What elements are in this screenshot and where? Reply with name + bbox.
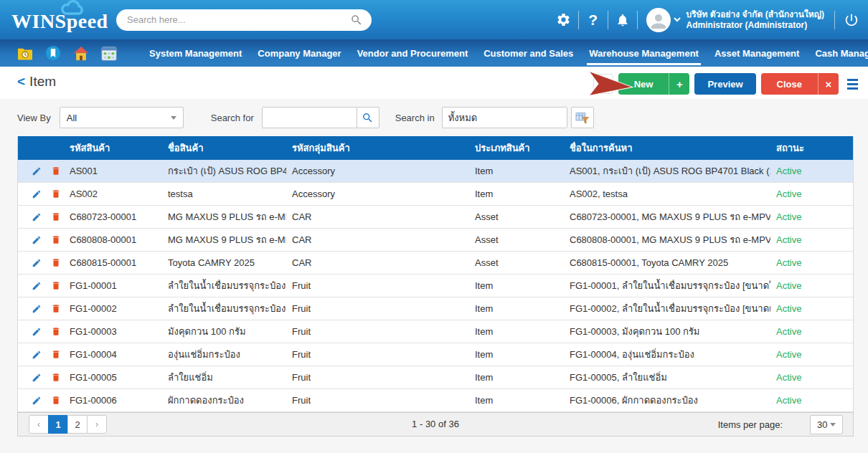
view-by-select[interactable]: All <box>60 107 184 128</box>
cell-search_name: FG1-00005, ลำใยแช่อิ่ม <box>564 366 770 388</box>
items-per-page-value: 30 <box>817 419 827 430</box>
preview-button[interactable]: Preview <box>694 73 755 95</box>
table-body: AS001กระเป๋า (เป้) ASUS ROG BP4701 Black… <box>18 160 853 412</box>
nav-item-company-manager[interactable]: Company Manager <box>250 39 349 67</box>
cell-code: FG1-00006 <box>64 389 162 411</box>
nav-item-asset-management[interactable]: Asset Management <box>707 39 807 67</box>
cell-code: C680723-00001 <box>64 206 162 228</box>
edit-pencil-icon[interactable] <box>32 189 42 199</box>
column-header[interactable]: ชื่อในการค้นหา <box>564 136 770 160</box>
close-x-icon[interactable]: × <box>819 78 839 90</box>
delete-trash-icon[interactable] <box>51 257 61 268</box>
favorite-star-button[interactable] <box>593 74 613 94</box>
edit-pencil-icon[interactable] <box>32 235 42 245</box>
chevron-down-icon[interactable] <box>674 16 681 24</box>
items-per-page-select[interactable]: 30 <box>810 415 843 434</box>
new-button[interactable]: New + <box>618 73 690 95</box>
delete-trash-icon[interactable] <box>51 234 61 245</box>
table-row[interactable]: FG1-00006ผักกาดดองกระป๋องFruitItemFG1-00… <box>18 389 853 412</box>
cell-search_name: AS002, testsa <box>564 183 770 205</box>
column-header[interactable]: ชื่อสินค้า <box>162 136 286 160</box>
delete-trash-icon[interactable] <box>51 280 61 291</box>
cell-group: Accessory <box>286 183 469 205</box>
logout-power-icon[interactable] <box>835 12 868 28</box>
settings-gear-icon[interactable] <box>549 12 578 27</box>
delete-trash-icon[interactable] <box>51 395 61 406</box>
edit-pencil-icon[interactable] <box>32 166 42 176</box>
delete-trash-icon[interactable] <box>51 349 61 360</box>
search-icon[interactable] <box>350 14 363 27</box>
logo[interactable]: WINSpeed <box>0 0 108 39</box>
cell-status: Active <box>770 389 853 411</box>
close-button[interactable]: Close × <box>761 73 839 95</box>
table-row[interactable]: FG1-00002ลำใยในน้ำเชื่อมบรรจุกระป๋อง [ขน… <box>18 297 853 320</box>
table-row[interactable]: FG1-00003มังคุดกวน 100 กรัมFruitItemFG1-… <box>18 320 853 343</box>
nav-items: System ManagementCompany ManagerVendor a… <box>141 39 868 67</box>
edit-pencil-icon[interactable] <box>32 327 42 337</box>
cell-code: FG1-00002 <box>64 297 162 320</box>
edit-pencil-icon[interactable] <box>32 258 42 268</box>
preview-button-label: Preview <box>707 79 742 90</box>
cell-search_name: C680815-00001, Toyota CAMRY 2025 <box>564 252 770 274</box>
edit-pencil-icon[interactable] <box>32 281 42 291</box>
edit-pencil-icon[interactable] <box>32 212 42 222</box>
cell-name: กระเป๋า (เป้) ASUS ROG BP4701 Black (15. <box>162 160 286 182</box>
cell-status: Active <box>770 366 853 388</box>
table-row[interactable]: FG1-00001ลำใยในน้ำเชื่อมบรรจุกระป๋อง [ขน… <box>18 275 853 297</box>
cell-code: FG1-00003 <box>64 320 162 343</box>
cell-status: Active <box>770 297 853 320</box>
home-icon[interactable] <box>73 46 89 61</box>
calendar-icon[interactable] <box>101 46 117 61</box>
search-for-input[interactable] <box>262 107 357 128</box>
bookmark-icon[interactable] <box>45 45 61 61</box>
table-row[interactable]: C680815-00001Toyota CAMRY 2025CARAssetC6… <box>18 252 853 275</box>
table-row[interactable]: C680723-00001MG MAXUS 9 PLUS รถ e-MPV ไฟ… <box>18 206 853 229</box>
column-header[interactable]: รหัสสินค้า <box>64 136 162 160</box>
table-row[interactable]: AS002testsaAccessoryItemAS002, testsaAct… <box>18 183 853 206</box>
cell-code: C680815-00001 <box>64 252 162 274</box>
nav-item-vendor-and-procurement[interactable]: Vendor and Procurement <box>349 39 476 67</box>
delete-trash-icon[interactable] <box>51 303 61 314</box>
delete-trash-icon[interactable] <box>51 189 61 199</box>
column-header[interactable]: รหัสกลุ่มสินค้า <box>286 136 469 160</box>
help-icon[interactable]: ? <box>579 11 608 29</box>
notifications-bell-icon[interactable] <box>608 13 637 27</box>
edit-pencil-icon[interactable] <box>32 373 42 383</box>
user-avatar[interactable] <box>646 8 671 32</box>
nav-item-warehouse-management[interactable]: Warehouse Management <box>581 39 707 67</box>
delete-trash-icon[interactable] <box>51 166 61 176</box>
column-header[interactable]: สถานะ <box>770 136 853 160</box>
table-row[interactable]: C680808-00001MG MAXUS 9 PLUS รถ e-MPV ไฟ… <box>18 229 853 252</box>
cell-group: CAR <box>286 252 469 274</box>
nav-item-system-management[interactable]: System Management <box>141 39 250 67</box>
cell-code: AS002 <box>64 183 162 205</box>
delete-trash-icon[interactable] <box>51 372 61 383</box>
cell-search_name: FG1-00003, มังคุดกวน 100 กรัม <box>564 320 770 343</box>
search-in-input[interactable] <box>442 107 567 128</box>
nav-item-customer-and-sales[interactable]: Customer and Sales <box>476 39 581 67</box>
recent-folder-icon[interactable] <box>17 46 33 60</box>
filter-funnel-button[interactable] <box>571 107 594 128</box>
user-company-block[interactable]: บริษัท ตัวอย่าง จำกัด (สำนักงานใหญ่) Adm… <box>687 9 834 31</box>
cell-search_name: FG1-00006, ผักกาดดองกระป๋อง <box>564 389 770 411</box>
edit-pencil-icon[interactable] <box>32 304 42 314</box>
edit-pencil-icon[interactable] <box>32 396 42 406</box>
global-search-input[interactable] <box>116 9 372 31</box>
search-for-button[interactable] <box>357 107 379 128</box>
table-row[interactable]: FG1-00005ลำใยแช่อิ่มFruitItemFG1-00005, … <box>18 366 853 389</box>
table-row[interactable]: FG1-00004องุ่นแช่อิ่มกระป๋องFruitItemFG1… <box>18 343 853 366</box>
winspeed-app: WINSpeed ? บริษั <box>0 0 868 453</box>
cell-code: FG1-00004 <box>64 343 162 366</box>
menu-hamburger-icon[interactable] <box>847 79 858 90</box>
edit-pencil-icon[interactable] <box>32 350 42 360</box>
delete-trash-icon[interactable] <box>51 211 61 222</box>
cell-type: Item <box>469 320 564 343</box>
page-title: <Item <box>17 74 56 90</box>
table-row[interactable]: AS001กระเป๋า (เป้) ASUS ROG BP4701 Black… <box>18 160 853 183</box>
column-header[interactable]: ประเภทสินค้า <box>469 136 564 160</box>
nav-item-cash-management[interactable]: Cash Management <box>807 39 868 67</box>
delete-trash-icon[interactable] <box>51 326 61 337</box>
cell-name: ผักกาดดองกระป๋อง <box>162 389 286 411</box>
new-dropdown-plus-icon[interactable]: + <box>669 78 689 90</box>
back-chevron-icon[interactable]: < <box>17 74 25 89</box>
